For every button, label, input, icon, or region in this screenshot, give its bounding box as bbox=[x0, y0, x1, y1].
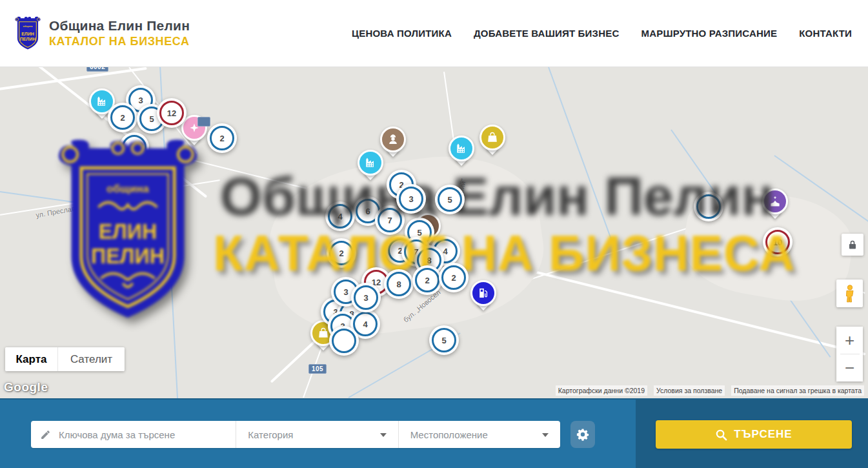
advanced-settings-button[interactable] bbox=[570, 421, 595, 448]
fuel-pin-marker[interactable] bbox=[469, 280, 498, 316]
svg-text:ПЕЛИН: ПЕЛИН bbox=[20, 37, 36, 41]
cluster-count: 5 bbox=[441, 336, 446, 345]
municipality-logo: община ЕЛИН ПЕЛИН bbox=[14, 16, 41, 51]
cluster-ring: 2 bbox=[441, 265, 466, 290]
watermark-subtitle: КАТАЛОГ НА БИЗНЕСА bbox=[213, 225, 781, 282]
lock-icon bbox=[848, 239, 857, 250]
cluster-marker[interactable]: 5 bbox=[429, 325, 459, 355]
location-select-label: Местоположение bbox=[410, 429, 488, 440]
cluster-count: 2 bbox=[219, 134, 224, 143]
map-zoom-control: + − bbox=[836, 327, 863, 382]
svg-text:ЕЛИН: ЕЛИН bbox=[99, 220, 157, 243]
cluster-count: 12 bbox=[167, 108, 176, 118]
svg-text:ЕЛИН: ЕЛИН bbox=[21, 31, 34, 36]
cluster-marker[interactable]: 3 bbox=[351, 283, 381, 312]
cluster-ring: 5 bbox=[438, 187, 462, 212]
zoom-in-button[interactable]: + bbox=[836, 327, 863, 354]
cluster-marker[interactable]: 8 bbox=[384, 269, 414, 299]
site-subtitle: КАТАЛОГ НА БИЗНЕСА bbox=[49, 35, 190, 48]
nav-pricing-policy[interactable]: ЦЕНОВА ПОЛИТИКА bbox=[352, 28, 452, 39]
map-type-satellite-button[interactable]: Сателит bbox=[57, 347, 125, 371]
cluster-marker[interactable]: 2 bbox=[412, 265, 442, 295]
map-attribution: Картографски данни ©2019 Условия за полз… bbox=[556, 385, 864, 396]
factory-icon bbox=[96, 95, 108, 108]
cluster-ring: 8 bbox=[387, 272, 411, 296]
map-type-control: Карта Сателит bbox=[5, 347, 125, 371]
nav-contacts[interactable]: КОНТАКТИ bbox=[799, 28, 852, 39]
road-number-label: 105 bbox=[308, 364, 327, 374]
cluster-marker[interactable]: 2 bbox=[207, 123, 237, 153]
shopping-bag-icon bbox=[486, 131, 499, 144]
site-header: община ЕЛИН ПЕЛИН Община Елин Пелин КАТА… bbox=[0, 0, 868, 67]
cluster-count: 3 bbox=[363, 293, 368, 303]
cluster-marker[interactable]: 2 bbox=[108, 103, 137, 132]
location-select[interactable]: Местоположение bbox=[398, 421, 560, 448]
gear-icon bbox=[576, 428, 589, 441]
bag-pin-marker[interactable] bbox=[478, 125, 507, 161]
svg-text:ПЕЛИН: ПЕЛИН bbox=[91, 245, 165, 268]
cluster-count: 3 bbox=[138, 96, 143, 105]
cluster-count: 3 bbox=[343, 287, 348, 297]
keyword-field-wrap bbox=[31, 421, 236, 448]
watermark-municipality-shield: община ЕЛИН ПЕЛИН bbox=[54, 137, 201, 326]
cluster-marker[interactable]: 3 bbox=[396, 184, 426, 214]
cluster-count: 3 bbox=[409, 194, 413, 204]
cluster-count: 2 bbox=[120, 113, 125, 123]
pin-circle bbox=[380, 127, 406, 152]
search-submit-label: ТЪРСЕНЕ bbox=[734, 428, 792, 441]
watermark-title: Община Елин Пелин bbox=[213, 165, 781, 228]
search-fields-group: Категория Местоположение bbox=[31, 421, 560, 448]
cluster-count: 5 bbox=[447, 195, 452, 205]
pin-circle bbox=[449, 136, 474, 161]
cluster-count: 5 bbox=[149, 114, 154, 124]
map-lock-button[interactable] bbox=[842, 234, 863, 256]
attribution-terms-link[interactable]: Условия за ползване bbox=[654, 385, 725, 396]
site-title: Община Елин Пелин bbox=[49, 18, 190, 34]
pin-circle bbox=[470, 280, 496, 306]
attribution-copyright: Картографски данни ©2019 bbox=[556, 385, 647, 396]
cluster-marker[interactable] bbox=[329, 326, 359, 356]
nav-add-your-business[interactable]: ДОБАВЕТЕ ВАШИЯТ БИЗНЕС bbox=[474, 28, 619, 39]
category-select-label: Категория bbox=[248, 429, 293, 440]
road-number-label bbox=[197, 117, 210, 127]
factory-icon bbox=[455, 142, 468, 155]
main-nav: ЦЕНОВА ПОЛИТИКА ДОБАВЕТЕ ВАШИЯТ БИЗНЕС М… bbox=[352, 0, 852, 66]
cluster-count: 2 bbox=[451, 273, 456, 283]
svg-text:община: община bbox=[23, 25, 34, 28]
cluster-ring: 2 bbox=[110, 105, 135, 130]
zoom-out-button[interactable]: − bbox=[836, 354, 863, 382]
cluster-count: 8 bbox=[396, 280, 401, 289]
cluster-count: 2 bbox=[425, 276, 429, 285]
keyword-search-input[interactable] bbox=[57, 429, 221, 441]
category-select[interactable]: Категория bbox=[236, 421, 398, 448]
cluster-ring: 2 bbox=[415, 268, 439, 292]
search-bar: Категория Местоположение ТЪРСЕНЕ bbox=[0, 398, 868, 468]
worker-icon bbox=[387, 133, 399, 146]
search-icon bbox=[715, 429, 727, 441]
pencil-icon bbox=[40, 429, 51, 440]
cluster-count: 4 bbox=[363, 320, 367, 329]
pin-circle bbox=[479, 125, 505, 150]
chevron-down-icon bbox=[380, 433, 387, 437]
cluster-marker[interactable]: 12 bbox=[157, 98, 187, 128]
brand-text: Община Елин Пелин КАТАЛОГ НА БИЗНЕСА bbox=[49, 18, 190, 48]
shield-top-text: община bbox=[106, 183, 149, 195]
cluster-marker[interactable]: 2 bbox=[439, 263, 469, 292]
street-view-pegman-button[interactable] bbox=[836, 280, 863, 307]
google-logo[interactable]: Google bbox=[4, 380, 48, 394]
attribution-report-error-link[interactable]: Подаване на сигнал за грешка в картата bbox=[731, 385, 864, 396]
cluster-ring: 12 bbox=[159, 101, 184, 125]
brand[interactable]: община ЕЛИН ПЕЛИН Община Елин Пелин КАТА… bbox=[14, 16, 190, 51]
cluster-ring bbox=[332, 329, 356, 353]
pegman-icon bbox=[843, 284, 857, 303]
cluster-marker[interactable]: 5 bbox=[435, 185, 465, 214]
nav-route-schedule[interactable]: МАРШРУТНО РАЗПИСАНИЕ bbox=[641, 28, 777, 39]
cluster-ring: 2 bbox=[210, 126, 234, 150]
cluster-ring: 5 bbox=[432, 328, 456, 352]
cluster-ring: 3 bbox=[399, 187, 423, 211]
map-type-map-button[interactable]: Карта bbox=[5, 347, 57, 371]
fuel-pump-icon bbox=[477, 287, 490, 300]
search-submit-button[interactable]: ТЪРСЕНЕ bbox=[656, 420, 852, 449]
cluster-ring: 3 bbox=[354, 285, 378, 310]
chevron-down-icon bbox=[542, 433, 549, 437]
